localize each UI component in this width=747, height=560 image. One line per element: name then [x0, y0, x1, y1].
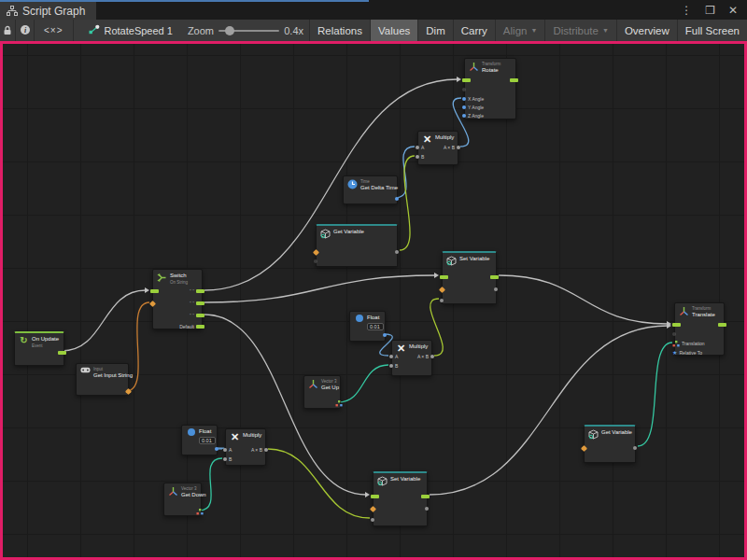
- ghost-port: [672, 332, 676, 336]
- value-port[interactable]: [383, 333, 387, 337]
- port-label: Relative To: [679, 350, 702, 356]
- lock-button[interactable]: [0, 20, 16, 41]
- node-title: On Update: [32, 336, 59, 343]
- vector3-icon: [308, 379, 318, 389]
- vector3-icon: [168, 486, 178, 497]
- node-vector3-get-up[interactable]: Vector 3Get Up: [303, 375, 341, 409]
- variable-name-port[interactable]: [149, 300, 156, 306]
- flow-port[interactable]: [510, 78, 518, 82]
- flow-port[interactable]: [440, 275, 448, 279]
- variable-name-port[interactable]: [370, 505, 376, 511]
- flow-port[interactable]: [421, 495, 430, 498]
- value-port[interactable]: [430, 355, 434, 358]
- value-port[interactable]: [425, 507, 429, 511]
- port-label: A × B: [444, 145, 455, 150]
- toolbar-button-dim[interactable]: Dim: [417, 20, 452, 41]
- value-port[interactable]: [416, 146, 419, 149]
- value-port[interactable]: [223, 457, 227, 461]
- flow-port[interactable]: [672, 323, 681, 327]
- toolbar-button-carry[interactable]: Carry: [453, 20, 495, 41]
- variable-name-port[interactable]: [313, 248, 319, 255]
- node-title: Multiply: [243, 432, 261, 440]
- flow-port[interactable]: [196, 314, 204, 317]
- node-multiply-top[interactable]: ✕MultiplyAA × BB: [417, 131, 458, 165]
- vector3-port[interactable]: [196, 509, 204, 515]
- value-input[interactable]: 0.01: [199, 437, 216, 444]
- value-port[interactable]: [462, 97, 466, 101]
- tab-script-graph[interactable]: Script Graph: [0, 2, 96, 20]
- zoom-slider[interactable]: [218, 20, 279, 41]
- value-port[interactable]: [223, 448, 227, 452]
- window-controls: ⋮ ❒ ✕: [681, 0, 747, 20]
- port-label: B: [395, 363, 398, 369]
- vector3-port[interactable]: [335, 400, 343, 407]
- value-input[interactable]: 0.01: [367, 323, 384, 330]
- close-icon[interactable]: ✕: [728, 5, 738, 16]
- value-port[interactable]: [462, 105, 466, 109]
- value-port[interactable]: [440, 299, 444, 302]
- node-get-variable-top[interactable]: Get Variable: [316, 224, 398, 267]
- toolbar-button-relations[interactable]: Relations: [309, 20, 370, 41]
- node-multiply-mid[interactable]: ✕MultiplyAA × BB: [391, 340, 432, 376]
- node-vector3-get-down[interactable]: Vector 3Get Down: [163, 483, 202, 516]
- multiply-icon: ✕: [397, 343, 405, 353]
- clock-icon: [347, 179, 358, 189]
- value-port[interactable]: [633, 446, 637, 450]
- flow-port[interactable]: [196, 301, 204, 305]
- node-set-variable-mid[interactable]: Set Variable: [442, 251, 497, 304]
- maximize-icon[interactable]: ❒: [705, 5, 715, 16]
- menu-icon[interactable]: ⋮: [681, 5, 692, 16]
- variable-name-port[interactable]: [439, 286, 445, 292]
- node-get-input-string[interactable]: InputGet Input String: [76, 363, 129, 396]
- value-port[interactable]: [389, 355, 393, 358]
- flow-port[interactable]: [490, 275, 499, 279]
- value-port[interactable]: [457, 146, 460, 149]
- zoom-slider-handle[interactable]: [225, 26, 234, 35]
- node-float-bottom[interactable]: Float0.01: [181, 425, 218, 455]
- node-on-update[interactable]: ↻On UpdateEvent: [14, 331, 64, 366]
- node-switch-on-string[interactable]: SwitchOn String" "" "" "Default: [152, 269, 203, 329]
- value-port[interactable]: [395, 197, 399, 201]
- flow-port[interactable]: [150, 289, 159, 293]
- value-port[interactable]: [371, 518, 374, 522]
- node-get-delta-time[interactable]: TimeGet Delta Time: [343, 175, 398, 204]
- node-set-variable-bottom[interactable]: Set Variable: [373, 471, 428, 526]
- flow-port[interactable]: [196, 289, 204, 293]
- node-title: Switch: [170, 273, 188, 280]
- node-header: Vector 3Get Up: [304, 376, 340, 393]
- node-translate[interactable]: TransformTranslateTranslation★Relative T…: [674, 302, 725, 356]
- node-get-variable-right[interactable]: Get Variable: [584, 425, 636, 463]
- value-port[interactable]: [416, 155, 419, 159]
- value-port[interactable]: [264, 448, 268, 452]
- toolbar-button-full-screen[interactable]: Full Screen: [677, 20, 747, 41]
- toolbar-button-values[interactable]: Values: [370, 20, 417, 41]
- graph-canvas[interactable]: ↻On UpdateEventInputGet Input StringSwit…: [0, 41, 747, 560]
- variable-name-port[interactable]: [125, 387, 132, 394]
- flow-port[interactable]: [718, 323, 726, 327]
- flow-port[interactable]: [58, 351, 66, 355]
- value-port[interactable]: [389, 364, 393, 368]
- variable-name-port[interactable]: [581, 444, 587, 451]
- node-multiply-bottom[interactable]: ✕MultiplyAA × BB: [225, 428, 266, 466]
- toolbar-button-overview[interactable]: Overview: [616, 20, 677, 41]
- flow-port[interactable]: [371, 495, 379, 498]
- port-label: " ": [190, 288, 194, 294]
- info-button[interactable]: i: [16, 20, 35, 41]
- node-rotate[interactable]: TransformRotateX AngleY AngleZ Angle: [464, 58, 516, 119]
- info-icon: i: [20, 22, 31, 39]
- object-port[interactable]: ★: [672, 351, 677, 356]
- variable-box-icon: [446, 256, 457, 266]
- variable-box-icon: [377, 476, 388, 486]
- value-port[interactable]: [395, 250, 399, 254]
- value-port[interactable]: [462, 114, 466, 118]
- graph-reference[interactable]: RotateSpeed 1: [89, 20, 173, 41]
- flow-port[interactable]: [462, 78, 471, 82]
- value-port[interactable]: [215, 447, 218, 451]
- value-port[interactable]: [494, 287, 498, 291]
- collapse-button[interactable]: <×>: [35, 20, 74, 41]
- vector3-port[interactable]: [672, 341, 680, 347]
- flow-port[interactable]: [196, 325, 204, 329]
- node-header: Get Variable: [585, 427, 635, 441]
- node-header: TransformTranslate: [675, 303, 724, 320]
- node-float-top[interactable]: Float0.01: [349, 311, 386, 342]
